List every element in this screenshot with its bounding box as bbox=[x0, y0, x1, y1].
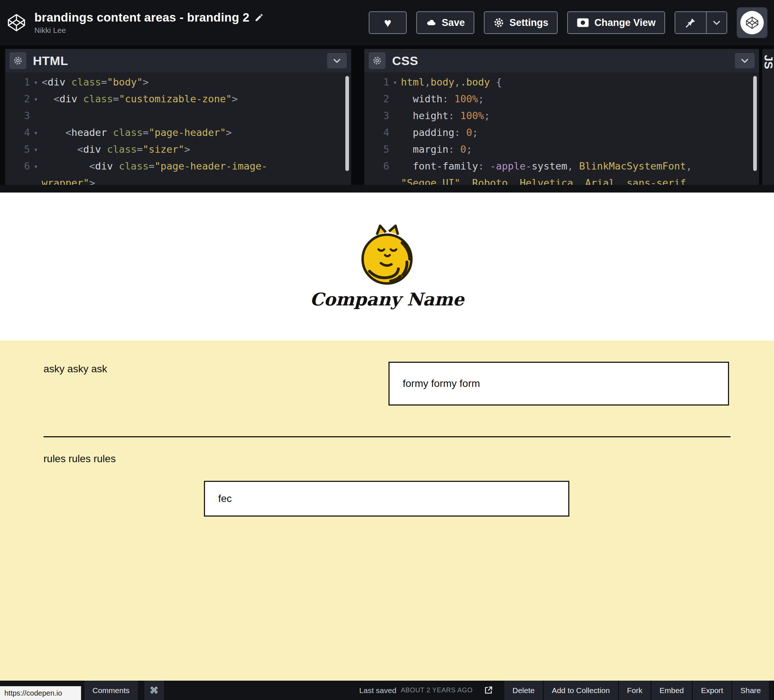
settings-label: Settings bbox=[509, 17, 549, 28]
edit-title-icon[interactable] bbox=[254, 13, 264, 22]
save-label: Save bbox=[442, 17, 465, 28]
code-text[interactable]: font-family: -apple-system, BlinkMacSyst… bbox=[401, 158, 692, 175]
scrollbar-thumb[interactable] bbox=[345, 76, 349, 171]
code-text[interactable]: width: 100%; bbox=[401, 91, 484, 107]
html-editor-collapse-button[interactable] bbox=[327, 53, 347, 68]
footer-right-group: Last saved ABOUT 2 YEARS AGO Delete Add … bbox=[359, 681, 774, 700]
rules-form-input[interactable] bbox=[204, 481, 569, 517]
fold-arrow-icon[interactable]: ▾ bbox=[389, 74, 401, 91]
js-editor-collapsed-strip[interactable]: JS bbox=[762, 49, 774, 185]
share-button[interactable]: Share bbox=[732, 681, 769, 700]
embed-button[interactable]: Embed bbox=[652, 681, 692, 700]
code-text[interactable]: <div class="sizer"> bbox=[42, 141, 190, 158]
code-line: 3 bbox=[14, 107, 351, 124]
html-code-area[interactable]: 1▾<div class="body">2▾ <div class="custo… bbox=[5, 72, 351, 185]
code-line: 2▾ <div class="customizable-zone"> bbox=[14, 91, 351, 107]
pen-author: Nikki Lee bbox=[34, 26, 264, 35]
company-logo-cat-icon bbox=[356, 223, 418, 287]
code-line: "Segoe UI", Roboto, Helvetica, Arial, sa… bbox=[373, 175, 759, 185]
profile-avatar[interactable] bbox=[737, 7, 767, 38]
code-text[interactable]: wrapper"> bbox=[42, 175, 95, 185]
pushpin-icon bbox=[685, 17, 696, 28]
preview-header-section: Company Name bbox=[0, 193, 774, 340]
code-text[interactable]: height: 100%; bbox=[401, 107, 490, 124]
css-editor-title: CSS bbox=[392, 54, 418, 68]
code-line: 6▾ <div class="page-header-image- bbox=[14, 158, 351, 175]
pin-dropdown-button[interactable] bbox=[706, 12, 726, 33]
js-editor-title: JS bbox=[762, 55, 774, 185]
html-editor-title: HTML bbox=[33, 54, 68, 68]
code-line: 5▾ <div class="sizer"> bbox=[14, 141, 351, 158]
code-text[interactable]: "Segoe UI", Roboto, Helvetica, Arial, sa… bbox=[401, 175, 692, 185]
gear-icon bbox=[372, 56, 382, 65]
status-url-tooltip: https://codepen.io bbox=[0, 686, 81, 700]
change-view-button[interactable]: Change View bbox=[567, 12, 665, 34]
fold-spacer bbox=[30, 107, 42, 124]
code-line: 1▾<div class="body"> bbox=[14, 74, 351, 91]
chevron-down-icon bbox=[332, 56, 342, 65]
line-number: 1 bbox=[14, 74, 30, 91]
scrollbar-thumb[interactable] bbox=[753, 76, 757, 171]
delete-button[interactable]: Delete bbox=[504, 681, 542, 700]
codepen-logo[interactable] bbox=[6, 12, 27, 33]
heart-icon: ♥ bbox=[384, 17, 391, 29]
fold-spacer bbox=[389, 141, 401, 158]
line-number: 4 bbox=[373, 124, 389, 141]
keyboard-shortcuts-button[interactable]: ⌘ bbox=[144, 681, 164, 700]
change-view-label: Change View bbox=[594, 17, 656, 28]
line-number: 2 bbox=[14, 91, 30, 107]
fold-spacer bbox=[389, 91, 401, 107]
code-text[interactable]: margin: 0; bbox=[401, 141, 472, 158]
export-button[interactable]: Export bbox=[693, 681, 731, 700]
line-number: 5 bbox=[373, 141, 389, 158]
line-number: 1 bbox=[373, 74, 389, 91]
last-saved-label: Last saved bbox=[359, 686, 397, 695]
gear-icon bbox=[493, 17, 504, 28]
fold-arrow-icon[interactable]: ▾ bbox=[30, 124, 42, 141]
pin-button[interactable] bbox=[675, 12, 706, 33]
fold-arrow-icon[interactable]: ▾ bbox=[30, 158, 42, 175]
css-editor-panel: CSS 1▾html,body,.body {2 width: 100%;3 h… bbox=[364, 49, 759, 185]
line-number: 6 bbox=[373, 158, 389, 175]
css-editor-collapse-button[interactable] bbox=[735, 53, 755, 68]
bottom-bar: https://codepen.io Comments ⌘ Last saved… bbox=[0, 681, 774, 700]
line-number: 2 bbox=[373, 91, 389, 107]
comments-button[interactable]: Comments bbox=[84, 681, 138, 700]
code-text[interactable]: html,body,.body { bbox=[401, 74, 502, 91]
css-code-area[interactable]: 1▾html,body,.body {2 width: 100%;3 heigh… bbox=[364, 72, 759, 185]
pen-title-block: brandings content areas - branding 2 Nik… bbox=[34, 11, 264, 35]
ask-form-input[interactable] bbox=[389, 362, 729, 406]
preview-form-section: asky asky ask rules rules rules bbox=[0, 340, 774, 681]
editor-preview-resizer[interactable] bbox=[0, 185, 774, 193]
like-button[interactable]: ♥ bbox=[369, 12, 407, 34]
code-line: 2 width: 100%; bbox=[373, 91, 759, 107]
code-text[interactable]: <header class="page-header"> bbox=[42, 124, 232, 141]
code-line: 4 padding: 0; bbox=[373, 124, 759, 141]
view-icon bbox=[577, 18, 589, 27]
code-text[interactable]: <div class="page-header-image- bbox=[42, 158, 268, 175]
css-editor-header: CSS bbox=[364, 49, 759, 72]
fold-arrow-icon[interactable]: ▾ bbox=[30, 141, 42, 158]
fold-spacer bbox=[389, 158, 401, 175]
add-to-collection-button[interactable]: Add to Collection bbox=[544, 681, 618, 700]
code-text[interactable]: <div class="body"> bbox=[42, 74, 149, 91]
line-number: 5 bbox=[14, 141, 30, 158]
html-editor-settings-button[interactable] bbox=[10, 52, 26, 69]
line-number: 6 bbox=[14, 158, 30, 175]
code-text[interactable]: <div class="customizable-zone"> bbox=[42, 91, 238, 107]
fork-button[interactable]: Fork bbox=[619, 681, 650, 700]
css-editor-settings-button[interactable] bbox=[369, 52, 385, 69]
save-button[interactable]: Save bbox=[416, 12, 474, 34]
cloud-icon bbox=[426, 17, 437, 28]
settings-button[interactable]: Settings bbox=[484, 12, 558, 34]
code-text[interactable]: padding: 0; bbox=[401, 124, 478, 141]
fold-arrow-icon[interactable]: ▾ bbox=[30, 91, 42, 107]
last-saved-status: Last saved ABOUT 2 YEARS AGO bbox=[359, 686, 473, 695]
section-divider bbox=[43, 436, 731, 438]
chevron-down-icon bbox=[740, 56, 749, 65]
pen-title: brandings content areas - branding 2 bbox=[34, 11, 249, 25]
chevron-down-icon bbox=[712, 18, 721, 27]
html-editor-header: HTML bbox=[5, 49, 351, 72]
open-live-view-button[interactable] bbox=[481, 685, 496, 696]
fold-arrow-icon[interactable]: ▾ bbox=[30, 74, 42, 91]
